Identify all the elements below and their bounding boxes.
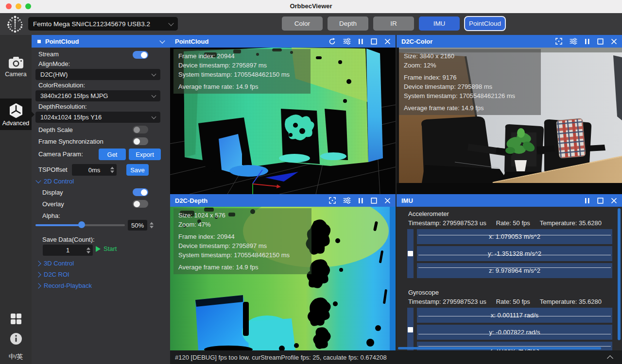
pointcloud-info-overlay: Frame index: 20944 Device timestamp: 279… — [173, 49, 311, 94]
get-button[interactable]: Get — [99, 149, 126, 160]
color-image-view[interactable]: Size: 3840 x 2160 Zoom: 12% Frame index:… — [397, 48, 622, 194]
filter-icon[interactable] — [343, 38, 351, 45]
section-2d-control[interactable]: 2D Control — [36, 178, 74, 185]
control-panel-header[interactable]: PointCloud — [32, 35, 170, 48]
section-3d-control[interactable]: 3D Control — [36, 260, 74, 267]
tab-depth[interactable]: Depth — [328, 17, 368, 31]
pause-icon[interactable] — [358, 38, 363, 45]
section-label: 2D Control — [44, 178, 74, 185]
pointcloud-3d-view[interactable]: Frame index: 20944 Device timestamp: 279… — [170, 48, 396, 194]
size: Size: 1024 x 576 — [178, 211, 307, 220]
color-viewer-header[interactable]: D2C-Color — [397, 35, 622, 48]
sidebar: Camera Advanced — [0, 35, 32, 364]
info-icon[interactable] — [10, 332, 22, 345]
imu-body: Accelerometer Timestamp: 2795987523 us R… — [397, 207, 622, 350]
depth-image-view[interactable]: Size: 1024 x 576 Zoom: 47% Frame index: … — [170, 207, 396, 350]
stepper-arrows-icon[interactable] — [150, 222, 154, 229]
maximize-icon[interactable] — [371, 38, 377, 45]
section-d2c-roi[interactable]: D2C ROI — [36, 271, 69, 278]
overlay-toggle[interactable] — [133, 200, 148, 208]
tsp-offset-input[interactable]: 0ms — [72, 164, 117, 176]
maximize-icon[interactable] — [597, 198, 604, 204]
chevron-up-icon[interactable] — [607, 355, 613, 362]
display-label: Display — [42, 189, 63, 196]
close-icon[interactable] — [611, 198, 617, 204]
chevron-right-icon — [35, 283, 41, 288]
accel-y-value: y: -1.351328 m/s^2 — [488, 250, 541, 257]
gyroscope-title: Gyroscope — [408, 289, 439, 296]
slider-handle[interactable] — [408, 327, 413, 332]
fit-icon[interactable] — [555, 38, 562, 45]
gyro-y-chart[interactable]: y: -0.007822 rad/s — [417, 325, 612, 340]
color-resolution-select[interactable]: 3840x2160 15fps MJPG — [35, 90, 160, 101]
export-button[interactable]: Export — [129, 149, 161, 160]
imu-horizontal-scrollbar[interactable] — [398, 347, 601, 349]
pause-icon[interactable] — [585, 38, 590, 45]
control-panel-title: PointCloud — [45, 38, 79, 45]
maximize-icon[interactable] — [371, 198, 377, 204]
tab-pointcloud[interactable]: PointCloud — [465, 17, 505, 31]
gyro-range-slider[interactable] — [407, 308, 414, 350]
pause-icon[interactable] — [585, 198, 590, 204]
pointcloud-viewer-header[interactable]: PointCloud — [170, 35, 396, 48]
section-label: Record-Playback — [44, 282, 92, 289]
filter-icon[interactable] — [343, 197, 351, 204]
stream-toggle[interactable] — [133, 51, 148, 59]
imu-panel: IMU Accelerometer Timestamp: 2795987523 … — [397, 194, 622, 350]
gyroscope-charts: x: 0.001117 rad/s y: -0.007822 rad/s z: … — [407, 308, 612, 350]
accel-y-chart[interactable]: y: -1.351328 m/s^2 — [417, 246, 612, 261]
sidebar-item-advanced[interactable]: Advanced — [0, 99, 32, 130]
depth-resolution-value: 1024x1024 15fps Y16 — [40, 114, 102, 121]
filter-icon[interactable] — [570, 38, 577, 45]
zoom: Zoom: 12% — [404, 61, 536, 70]
tab-color[interactable]: Color — [282, 17, 323, 31]
refresh-icon[interactable] — [328, 38, 336, 45]
fit-icon[interactable] — [329, 197, 336, 204]
align-mode-select[interactable]: D2C(HW) — [35, 69, 160, 80]
depth-viewer-header[interactable]: D2C-Depth — [170, 194, 396, 207]
tab-ir[interactable]: IR — [373, 17, 414, 31]
start-button[interactable]: Start — [96, 245, 117, 252]
frame-sync-toggle[interactable] — [133, 137, 148, 145]
stepper-arrows-icon[interactable] — [86, 247, 90, 253]
accel-rate: Rate: 50 fps — [496, 219, 530, 227]
frame-index: Frame index: 20944 — [178, 51, 306, 61]
system-timestamp: System timestamp: 1705548462150 ms — [178, 250, 307, 260]
close-icon[interactable] — [611, 38, 617, 45]
section-label: 3D Control — [44, 260, 74, 267]
imu-panel-header[interactable]: IMU — [397, 194, 622, 207]
depth-resolution-select[interactable]: 1024x1024 15fps Y16 — [35, 112, 160, 123]
accel-timestamp: Timestamp: 2795987523 us — [408, 219, 486, 227]
alpha-label: Alpha: — [42, 212, 60, 219]
tab-imu[interactable]: IMU — [419, 17, 460, 31]
maximize-icon[interactable] — [597, 38, 604, 45]
stepper-arrows-icon[interactable] — [110, 167, 114, 173]
sidebar-item-label: Advanced — [2, 120, 30, 127]
accel-z-chart[interactable]: z: 9.978964 m/s^2 — [417, 263, 612, 278]
alpha-value-box[interactable]: 50% — [128, 220, 147, 231]
display-toggle[interactable] — [133, 188, 148, 196]
depth-viewer-panel: D2C-Depth — [170, 194, 396, 350]
accel-x-chart[interactable]: x: 1.079053 m/s^2 — [417, 229, 612, 244]
average-frame-rate: Average frame rate: 14.9 fps — [178, 82, 306, 91]
depth-scale-toggle[interactable] — [133, 126, 148, 133]
gyro-x-chart[interactable]: x: 0.001117 rad/s — [417, 308, 612, 323]
imu-vertical-scrollbar[interactable] — [618, 208, 621, 340]
save-data-count-value: 1 — [66, 247, 69, 254]
accel-range-slider[interactable] — [407, 229, 414, 278]
grid-icon[interactable] — [10, 313, 22, 325]
device-selector[interactable]: Femto Mega SN#CL212345679 USB3.2 — [28, 17, 178, 31]
depth-info-overlay: Size: 1024 x 576 Zoom: 47% Frame index: … — [173, 208, 311, 274]
chevron-down-icon — [35, 178, 41, 183]
pause-icon[interactable] — [358, 198, 363, 204]
sidebar-item-camera[interactable]: Camera — [0, 51, 32, 81]
save-button[interactable]: Save — [126, 164, 149, 176]
section-record-playback[interactable]: Record-Playback — [36, 282, 92, 289]
save-data-count-input[interactable]: 1 — [43, 245, 93, 256]
language-toggle[interactable]: 中/英 — [9, 352, 23, 361]
close-icon[interactable] — [384, 38, 391, 45]
alpha-slider-handle[interactable] — [78, 221, 85, 228]
gyro-timestamp: Timestamp: 2795987523 us — [408, 298, 486, 305]
close-icon[interactable] — [384, 198, 391, 204]
slider-handle[interactable] — [408, 251, 413, 256]
